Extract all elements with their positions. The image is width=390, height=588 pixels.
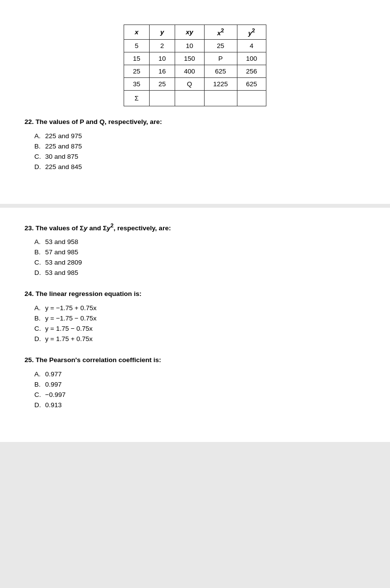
option-text: 53 and 958 xyxy=(45,238,78,245)
option-letter: B. xyxy=(34,248,45,256)
option-letter: C. xyxy=(34,259,45,266)
table-cell-r1-c3: P xyxy=(204,52,237,65)
q24-option-B: B.y = −1.75 − 0.75x xyxy=(34,315,365,322)
table-cell-r3-c2: Q xyxy=(175,77,204,90)
q25-option-B: B.0.997 xyxy=(34,381,365,388)
data-table-container: x y xy x2 y2 52102541510150P100251640062… xyxy=(25,24,365,106)
section-2: 23. The values of Σy and Σy2, respective… xyxy=(0,208,390,442)
data-table: x y xy x2 y2 52102541510150P100251640062… xyxy=(124,24,266,106)
option-text: 225 and 845 xyxy=(45,163,82,171)
question-23-options: A.53 and 958B.57 and 985C.53 and 2809D.5… xyxy=(34,238,365,276)
col-header-y2: y2 xyxy=(237,25,266,40)
table-cell-r0-c3: 25 xyxy=(204,39,237,52)
option-text: 57 and 985 xyxy=(45,248,78,256)
q22-option-B: B.225 and 875 xyxy=(34,143,365,150)
option-letter: C. xyxy=(34,153,45,160)
option-text: y = 1.75 − 0.75x xyxy=(45,325,93,332)
question-24-block: 24. The linear regression equation is: A… xyxy=(25,290,365,343)
option-letter: A. xyxy=(34,238,45,245)
col-header-x: x xyxy=(124,25,149,40)
option-letter: C. xyxy=(34,325,45,332)
q25-option-C: C.−0.997 xyxy=(34,391,365,398)
table-cell-r0-c0: 5 xyxy=(124,39,149,52)
option-text: 225 and 975 xyxy=(45,132,82,140)
option-text: y = −1.75 + 0.75x xyxy=(45,304,97,312)
col-header-xy: xy xyxy=(175,25,204,40)
option-text: 53 and 985 xyxy=(45,269,78,276)
option-text: y = 1.75 + 0.75x xyxy=(45,335,93,343)
q23-option-C: C.53 and 2809 xyxy=(34,259,365,266)
table-cell-r0-c2: 10 xyxy=(175,39,204,52)
col-header-y: y xyxy=(149,25,175,40)
q24-option-A: A.y = −1.75 + 0.75x xyxy=(34,304,365,312)
table-cell-r3-c0: 35 xyxy=(124,77,149,90)
q24-option-D: D.y = 1.75 + 0.75x xyxy=(34,335,365,343)
q23-option-D: D.53 and 985 xyxy=(34,269,365,276)
question-25-label: 25. The Pearson's correlation coefficien… xyxy=(25,356,365,364)
table-cell-r1-c0: 15 xyxy=(124,52,149,65)
question-25-options: A.0.977B.0.997C.−0.997D.0.913 xyxy=(34,370,365,409)
option-text: 0.977 xyxy=(45,370,62,378)
table-cell-r2-c4: 256 xyxy=(237,65,266,77)
option-letter: D. xyxy=(34,335,45,343)
question-22-block: 22. The values of P and Q, respectively,… xyxy=(25,118,365,171)
option-letter: B. xyxy=(34,315,45,322)
q23-option-B: B.57 and 985 xyxy=(34,248,365,256)
table-cell-r4-c1 xyxy=(149,90,175,106)
option-letter: D. xyxy=(34,401,45,409)
option-text: −0.997 xyxy=(45,391,66,398)
table-cell-r3-c4: 625 xyxy=(237,77,266,90)
option-text: 30 and 875 xyxy=(45,153,78,160)
option-text: 225 and 875 xyxy=(45,143,82,150)
table-cell-r1-c4: 100 xyxy=(237,52,266,65)
q25-option-A: A.0.977 xyxy=(34,370,365,378)
q23-option-A: A.53 and 958 xyxy=(34,238,365,245)
question-23-block: 23. The values of Σy and Σy2, respective… xyxy=(25,222,365,277)
question-24-options: A.y = −1.75 + 0.75xB.y = −1.75 − 0.75xC.… xyxy=(34,304,365,343)
question-22-options: A.225 and 975B.225 and 875C.30 and 875D.… xyxy=(34,132,365,171)
table-cell-r2-c2: 400 xyxy=(175,65,204,77)
table-cell-r0-c4: 4 xyxy=(237,39,266,52)
table-cell-r4-c4 xyxy=(237,90,266,106)
option-letter: C. xyxy=(34,391,45,398)
q22-option-D: D.225 and 845 xyxy=(34,163,365,171)
table-cell-r1-c2: 150 xyxy=(175,52,204,65)
q24-option-C: C.y = 1.75 − 0.75x xyxy=(34,325,365,332)
question-23-label: 23. The values of Σy and Σy2, respective… xyxy=(25,222,365,232)
q25-option-D: D.0.913 xyxy=(34,401,365,409)
table-cell-r4-c3 xyxy=(204,90,237,106)
question-22-label: 22. The values of P and Q, respectively,… xyxy=(25,118,365,125)
table-cell-r1-c1: 10 xyxy=(149,52,175,65)
table-cell-r2-c1: 16 xyxy=(149,65,175,77)
option-letter: D. xyxy=(34,163,45,171)
table-cell-r4-c2 xyxy=(175,90,204,106)
table-cell-r2-c0: 25 xyxy=(124,65,149,77)
question-24-label: 24. The linear regression equation is: xyxy=(25,290,365,297)
q22-option-C: C.30 and 875 xyxy=(34,153,365,160)
question-25-block: 25. The Pearson's correlation coefficien… xyxy=(25,356,365,409)
q22-option-A: A.225 and 975 xyxy=(34,132,365,140)
table-cell-r4-c0: Σ xyxy=(124,90,149,106)
option-letter: A. xyxy=(34,132,45,140)
option-text: y = −1.75 − 0.75x xyxy=(45,315,97,322)
option-letter: B. xyxy=(34,381,45,388)
section-1: x y xy x2 y2 52102541510150P100251640062… xyxy=(0,0,390,204)
option-letter: B. xyxy=(34,143,45,150)
option-letter: A. xyxy=(34,370,45,378)
option-text: 53 and 2809 xyxy=(45,259,82,266)
col-header-x2: x2 xyxy=(204,25,237,40)
table-cell-r2-c3: 625 xyxy=(204,65,237,77)
option-letter: D. xyxy=(34,269,45,276)
table-cell-r3-c3: 1225 xyxy=(204,77,237,90)
option-letter: A. xyxy=(34,304,45,312)
table-cell-r3-c1: 25 xyxy=(149,77,175,90)
table-cell-r0-c1: 2 xyxy=(149,39,175,52)
option-text: 0.997 xyxy=(45,381,62,388)
option-text: 0.913 xyxy=(45,401,62,409)
